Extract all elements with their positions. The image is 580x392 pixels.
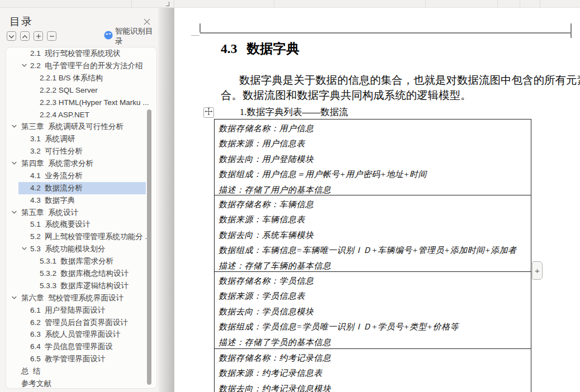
toc-item-label: 4.2 数据流分析 bbox=[30, 183, 83, 193]
section-title: 数据字典 bbox=[246, 41, 299, 56]
data-dictionary-table: 数据存储名称：用户信息数据来源：用户信息表数据去向：用户登陆模块数据组成：用户信… bbox=[214, 119, 531, 392]
table-cell-line: 描述：存储了车辆的基本信息 bbox=[218, 259, 531, 272]
toc-item-label: 2.1 现行驾校管理系统现状 bbox=[30, 49, 120, 59]
expand-down-button[interactable] bbox=[7, 31, 16, 41]
toc-item-label: 5.2 网上驾校管理管理系统功能分 ... bbox=[30, 232, 151, 242]
table-cell-line: 数据来源：约考记录信息表 bbox=[218, 366, 531, 381]
toc-item[interactable]: 第三章 系统调研及可行性分析 bbox=[6, 121, 156, 133]
margin-mark-left bbox=[199, 23, 201, 32]
toc-item[interactable]: 4.1 业务流分析 bbox=[6, 170, 156, 182]
table-cell-line: 数据去向：用户登陆模块 bbox=[218, 152, 531, 167]
table-cell-line: 数据组成：用户信息＝用户帐号+用户密码+地址+时间 bbox=[218, 167, 531, 182]
chevron-down-icon[interactable] bbox=[22, 247, 27, 250]
chevron-up-icon bbox=[22, 31, 28, 41]
toc-item[interactable]: 3.1 系统调研 bbox=[6, 133, 156, 145]
toc-item[interactable]: 2.2.3 HTML(Hyper Text Marku ... bbox=[6, 97, 156, 109]
toolbar-separator bbox=[174, 0, 174, 7]
chevron-down-icon[interactable] bbox=[12, 161, 17, 165]
table-cell-line: 描述：存储了学员的基本信息 bbox=[218, 335, 531, 349]
close-icon[interactable] bbox=[142, 17, 151, 26]
smart-toc-button[interactable]: 智能识别目录 bbox=[104, 31, 158, 41]
document-page: 4.3数据字典 数据字典是关于数据的信息的集合，也就是对数据流图中包含的所有元素… bbox=[174, 8, 580, 392]
toolbar-separator bbox=[497, 0, 498, 7]
table-cell-line: 数据去向：系统车辆模块 bbox=[218, 228, 531, 243]
chevron-down-icon[interactable] bbox=[12, 296, 17, 299]
margin-mark-corner bbox=[191, 35, 199, 36]
toc-item[interactable]: 2.1 现行驾校管理系统现状 bbox=[6, 47, 156, 60]
toc-item[interactable]: 第四章 系统需求分析 bbox=[6, 157, 156, 170]
toc-item[interactable]: 6.1 用户登陆界面设计 bbox=[6, 304, 156, 317]
table-cell-line: 数据存储名称：约考记录信息 bbox=[218, 351, 531, 366]
table-cell-line: 数据来源：车辆信息表 bbox=[218, 212, 531, 227]
chevron-down-icon bbox=[8, 31, 15, 41]
chevron-down-icon[interactable] bbox=[22, 64, 27, 67]
toc-item-label: 4.3 数据字典 bbox=[30, 195, 75, 205]
table-cell-line: 数据存储名称：用户信息 bbox=[218, 121, 531, 136]
toc-item[interactable]: 第六章 驾校管理系统界面设计 bbox=[6, 292, 156, 304]
table-cell-line: 数据去向：约考记录信息模块 bbox=[218, 381, 531, 392]
toc-item[interactable]: 5.3.1 数据库需求分析 bbox=[6, 255, 156, 267]
expand-all-button[interactable] bbox=[34, 31, 43, 41]
smart-toc-label: 智能识别目录 bbox=[115, 26, 158, 46]
toc-item-label: 2.2.4 ASP.NET bbox=[40, 111, 89, 119]
table-row: 数据存储名称：用户信息数据来源：用户信息表数据去向：用户登陆模块数据组成：用户信… bbox=[215, 119, 531, 195]
toc-item-label: 6.1 用户登陆界面设计 bbox=[30, 305, 105, 315]
toc-item[interactable]: 4.2 数据流分析 bbox=[6, 182, 156, 194]
toc-item-label: 6.5 教学管理界面设计 bbox=[30, 354, 105, 364]
toc-item-label: 第六章 驾校管理系统界面设计 bbox=[21, 293, 123, 303]
toc-item[interactable]: 6.5 教学管理界面设计 bbox=[6, 353, 156, 365]
insert-row-button[interactable]: + bbox=[532, 261, 543, 280]
toc-item-label: 6.2 管理员后台首页界面设计 bbox=[30, 318, 128, 328]
toc-item-label: 3.2 可行性分析 bbox=[30, 146, 83, 156]
toc-panel-title: 目录 bbox=[9, 15, 33, 29]
toc-item[interactable]: 4.3 数据字典 bbox=[6, 194, 156, 207]
table-caption: 1.数据字典列表——数据流 bbox=[240, 106, 348, 118]
toolbar-strip bbox=[0, 0, 580, 8]
toc-list: 2.1 现行驾校管理系统现状2.2 电子管理平台的开发方法介绍2.2.1 B/S… bbox=[6, 47, 157, 389]
toc-item[interactable]: 2.2 电子管理平台的开发方法介绍 bbox=[6, 60, 156, 72]
body-text-line: 合。数据流图和数据字典共同构成系统的逻辑模型。 bbox=[221, 88, 472, 103]
toolbar-separator bbox=[131, 0, 132, 7]
toc-item-label: 2.2.2 SQL Server bbox=[40, 86, 98, 94]
toc-item[interactable]: 5.3.3 数据库逻辑结构设计 bbox=[6, 280, 156, 292]
toc-item[interactable]: 5.3 系统功能模块划分 bbox=[6, 243, 156, 255]
toc-item-label: 5.3.2 数据库概念结构设计 bbox=[40, 269, 129, 279]
toc-item-label: 总 结 bbox=[21, 366, 41, 376]
toc-item[interactable]: 6.4 学员信息管理界面设 bbox=[6, 341, 156, 353]
chevron-down-icon[interactable] bbox=[12, 211, 17, 214]
toc-item[interactable]: 2.2.4 ASP.NET bbox=[6, 108, 156, 121]
toolbar-separator bbox=[520, 0, 520, 7]
toc-item[interactable]: 2.2.2 SQL Server bbox=[6, 84, 156, 97]
collapse-all-button[interactable] bbox=[47, 31, 56, 41]
table-cell-line: 数据来源：学员信息表 bbox=[218, 289, 531, 304]
table-move-handle[interactable] bbox=[203, 107, 214, 118]
toc-item[interactable]: 3.2 可行性分析 bbox=[6, 145, 156, 157]
toc-item[interactable]: 5.1 系统概要设计 bbox=[6, 218, 156, 231]
toc-item[interactable]: 2.2.1 B/S 体系结构 bbox=[6, 72, 156, 84]
toc-item[interactable]: 参考文献 bbox=[6, 377, 156, 389]
toc-item[interactable]: 6.2 管理员后台首页界面设计 bbox=[6, 317, 156, 329]
table-cell-line: 数据存储名称：学员信息 bbox=[218, 274, 531, 289]
chevron-down-icon[interactable] bbox=[12, 125, 17, 128]
table-row: 数据存储名称：车辆信息数据来源：车辆信息表数据去向：系统车辆模块数据组成：车辆信… bbox=[215, 195, 531, 272]
toc-scrollbar-thumb[interactable] bbox=[147, 109, 151, 385]
toc-item-label: 5.3.1 数据库需求分析 bbox=[40, 256, 113, 266]
collapse-up-button[interactable] bbox=[20, 31, 30, 41]
toc-item[interactable]: 5.3.2 数据库概念结构设计 bbox=[6, 267, 156, 280]
toc-toolbar: 智能识别目录 bbox=[0, 31, 158, 41]
app-window: 目录 bbox=[0, 0, 580, 392]
toc-item-label: 4.1 业务流分析 bbox=[30, 171, 83, 181]
toc-item-label: 第四章 系统需求分析 bbox=[21, 159, 93, 169]
toc-item-label: 5.3 系统功能模块划分 bbox=[30, 244, 105, 254]
section-number: 4.3 bbox=[221, 41, 237, 56]
move-arrows-icon bbox=[205, 107, 213, 118]
toc-item-label: 2.2.3 HTML(Hyper Text Marku ... bbox=[40, 98, 149, 107]
toc-item[interactable]: 第五章 系统设计 bbox=[6, 207, 156, 219]
toc-item-label: 5.1 系统概要设计 bbox=[30, 219, 90, 230]
toc-item[interactable]: 总 结 bbox=[6, 365, 156, 377]
toc-item[interactable]: 5.2 网上驾校管理管理系统功能分 ... bbox=[6, 231, 156, 243]
toolbar-separator bbox=[425, 0, 426, 7]
panel-page-gutter bbox=[158, 8, 174, 392]
toc-item[interactable]: 6.3 系统人员管理界面设计 bbox=[6, 328, 156, 341]
toc-item-label: 第五章 系统设计 bbox=[21, 208, 78, 218]
